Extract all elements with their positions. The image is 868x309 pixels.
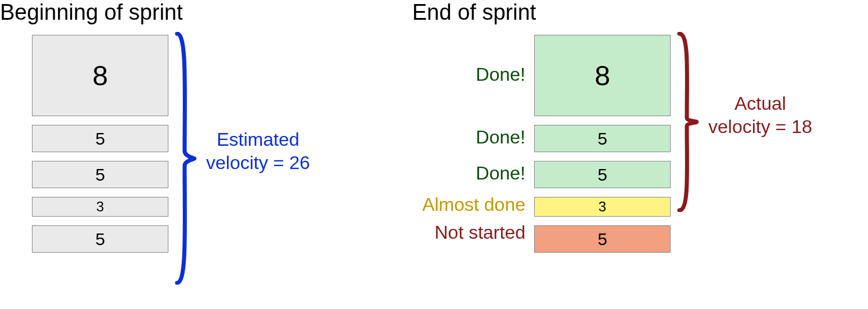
status-not-started: Not started bbox=[409, 222, 525, 243]
actual-velocity-text-line2: velocity = 18 bbox=[708, 116, 812, 137]
status-done: Done! bbox=[409, 64, 525, 85]
beginning-title: Beginning of sprint bbox=[0, 0, 183, 25]
story-card: 5 bbox=[32, 161, 168, 188]
actual-velocity-text-line1: Actual bbox=[734, 93, 786, 114]
story-card: 3 bbox=[32, 197, 168, 217]
beginning-stack: 8 5 5 3 5 bbox=[32, 35, 168, 253]
story-card: 8 bbox=[534, 35, 671, 116]
end-stack: 8 5 5 3 5 bbox=[534, 35, 671, 253]
brace-icon bbox=[676, 32, 700, 212]
estimated-velocity-text-line2: velocity = 26 bbox=[206, 152, 310, 173]
estimated-velocity-text-line1: Estimated bbox=[217, 129, 299, 150]
story-card: 5 bbox=[534, 161, 671, 188]
story-card: 8 bbox=[32, 35, 168, 116]
status-done: Done! bbox=[409, 163, 525, 184]
story-card: 5 bbox=[534, 225, 671, 253]
story-card: 5 bbox=[32, 225, 168, 253]
story-card: 5 bbox=[534, 125, 671, 152]
estimated-velocity-label: Estimated velocity = 26 bbox=[206, 128, 310, 174]
story-card: 5 bbox=[32, 125, 168, 152]
status-almost-done: Almost done bbox=[409, 194, 525, 215]
end-title: End of sprint bbox=[412, 0, 536, 25]
status-done: Done! bbox=[409, 127, 525, 148]
actual-velocity-label: Actual velocity = 18 bbox=[708, 92, 812, 138]
story-card: 3 bbox=[534, 197, 671, 217]
brace-icon bbox=[174, 32, 197, 285]
